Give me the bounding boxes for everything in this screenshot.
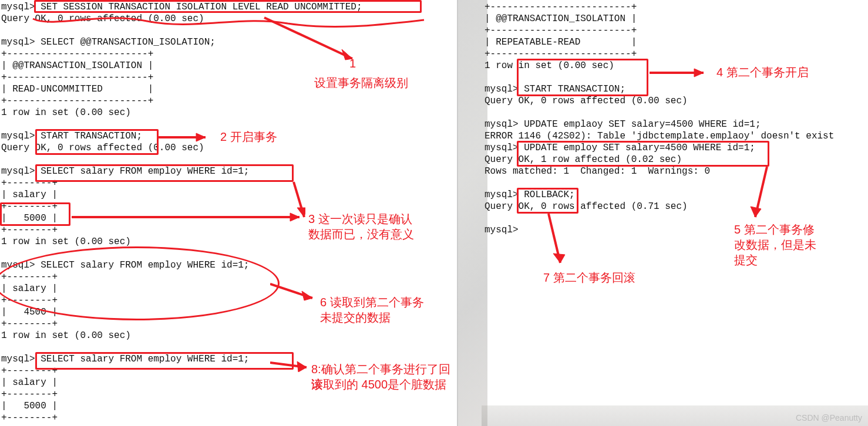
anno-5-l2: 改数据，但是未 bbox=[734, 237, 816, 252]
anno-5-l3: 提交 bbox=[734, 252, 758, 268]
right-terminal: +-------------------------+ | @@TRANSACT… bbox=[458, 1, 868, 236]
svg-marker-17 bbox=[553, 253, 565, 263]
anno-7: 7 第二个事务回滚 bbox=[543, 270, 635, 285]
left-terminal: mysql> SET SESSION TRANSACTION ISOLATION… bbox=[0, 1, 457, 424]
